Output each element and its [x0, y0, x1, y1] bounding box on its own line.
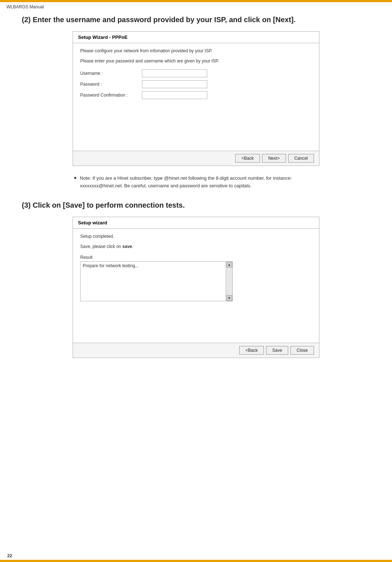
section2-heading: (3) Click on [Save] to perform connectio… — [22, 200, 370, 210]
wizard2-spacer — [80, 301, 312, 338]
password-label: Password : — [80, 82, 142, 87]
wizard1-next-button[interactable]: Next> — [262, 154, 286, 163]
wizard1-back-button[interactable]: <Back — [235, 154, 260, 163]
note-star: ＊ — [73, 175, 78, 190]
wizard2-close-button[interactable]: Close — [290, 346, 314, 355]
password-confirm-label: Password Confirmation : — [80, 93, 142, 98]
note-text: Note: If you are a Hinet subscriber, typ… — [80, 175, 319, 190]
wizard1-box: Setup Wizard - PPPoE Please configure yo… — [73, 31, 319, 166]
page-number: 22 — [7, 553, 12, 558]
wizard2-footer: <Back Save Close — [73, 343, 319, 358]
scroll-down-arrow[interactable]: ▼ — [226, 295, 232, 301]
username-row: Username : — [80, 69, 312, 77]
result-textarea[interactable] — [81, 262, 232, 301]
wizard1-subdesc: Please enter your password and username … — [80, 58, 312, 64]
wizard2-save-bold: save — [122, 244, 132, 249]
wizard2-save-instruction: Save, please click on save. — [80, 244, 312, 249]
wizard1-spacer — [80, 102, 312, 146]
password-confirm-input[interactable] — [142, 91, 207, 99]
manual-label: WLBARGS Manual — [0, 2, 392, 11]
wizard2-box: Setup wizard Setup completed. Save, plea… — [73, 217, 319, 358]
wizard1-cancel-button[interactable]: Cancel — [288, 154, 314, 163]
wizard2-save-suffix: . — [132, 244, 133, 249]
password-input[interactable] — [142, 80, 207, 88]
note-block: ＊ Note: If you are a Hinet subscriber, t… — [73, 175, 319, 190]
wizard1-desc: Please configure your network from infom… — [80, 48, 312, 53]
wizard2-save-prefix: Save, please click on — [80, 244, 122, 249]
scrollbar-track: ▲ ▼ — [226, 262, 232, 301]
scroll-up-arrow[interactable]: ▲ — [226, 262, 232, 268]
bottom-bar — [0, 560, 392, 562]
username-label: Username : — [80, 71, 142, 76]
wizard1-footer: <Back Next> Cancel — [73, 151, 319, 166]
section1-heading: (2) Enter the username and password prov… — [22, 15, 370, 25]
result-textarea-wrapper: ▲ ▼ — [80, 261, 233, 301]
username-input[interactable] — [142, 69, 207, 77]
wizard2-save-button[interactable]: Save — [266, 346, 288, 355]
wizard1-title: Setup Wizard - PPPoE — [73, 32, 319, 43]
wizard2-back-button[interactable]: <Back — [239, 346, 264, 355]
wizard2-title: Setup wizard — [73, 217, 319, 229]
result-label: Result — [80, 255, 312, 260]
password-confirm-row: Password Confirmation : — [80, 91, 312, 99]
password-row: Password : — [80, 80, 312, 88]
wizard2-setup-completed: Setup completed. — [80, 234, 312, 239]
